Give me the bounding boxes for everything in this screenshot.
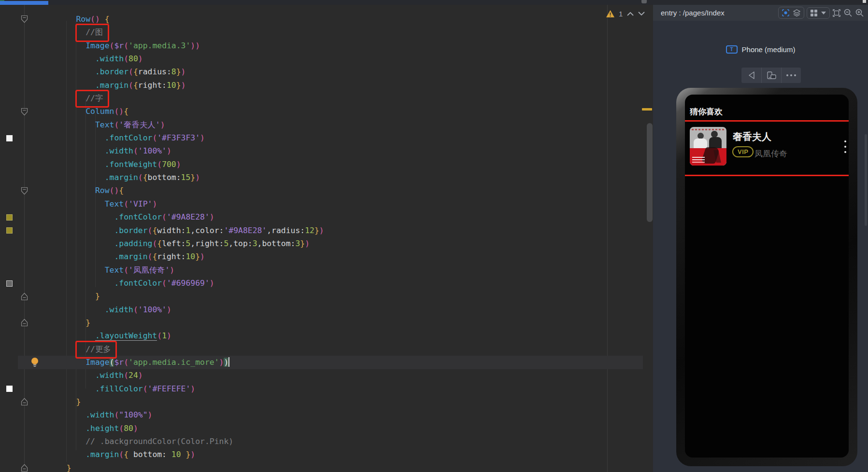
code-token bbox=[57, 358, 85, 367]
more-options-button[interactable] bbox=[781, 68, 801, 83]
fold-start-icon[interactable] bbox=[21, 15, 28, 23]
code-token: () bbox=[110, 186, 119, 195]
color-preview-swatch[interactable] bbox=[6, 280, 13, 287]
code-token: { bbox=[143, 173, 148, 182]
code-token bbox=[57, 239, 114, 248]
rotate-device-button[interactable] bbox=[761, 68, 781, 83]
fold-end-icon[interactable] bbox=[21, 464, 28, 472]
previewer-panel: entry : /pages/Index bbox=[653, 5, 868, 472]
editor-pane[interactable]: Row() { //图 Image($r('app.media.3')) .wi… bbox=[0, 5, 653, 472]
zoom-out-icon[interactable] bbox=[843, 8, 853, 17]
ide-window: Row() { //图 Image($r('app.media.3')) .wi… bbox=[0, 0, 868, 472]
code-line[interactable]: Text('VIP') bbox=[57, 197, 324, 210]
code-token: width: bbox=[157, 226, 185, 235]
color-preview-swatch[interactable] bbox=[6, 386, 13, 392]
color-preview-swatch[interactable] bbox=[6, 227, 13, 234]
code-token: Text bbox=[105, 265, 124, 275]
code-token: { bbox=[124, 107, 128, 116]
rotate-left-button[interactable] bbox=[741, 68, 761, 83]
prev-warning-button[interactable] bbox=[627, 12, 634, 16]
code-token: ( bbox=[148, 252, 153, 261]
code-editor[interactable]: Row() { //图 Image($r('app.media.3')) .wi… bbox=[57, 13, 324, 472]
code-token: ) bbox=[176, 160, 181, 169]
code-token: .fontColor bbox=[114, 278, 162, 288]
next-warning-button[interactable] bbox=[638, 12, 645, 16]
code-line[interactable]: .margin({bottom:15}) bbox=[57, 171, 324, 184]
code-line[interactable]: .fontColor('#9A8E28') bbox=[57, 210, 324, 223]
code-token: ( bbox=[162, 278, 167, 288]
editor-scrollbar-thumb[interactable] bbox=[647, 123, 653, 222]
code-token: ) bbox=[167, 146, 171, 155]
code-token bbox=[57, 424, 85, 433]
window-corner-icon bbox=[863, 0, 866, 3]
grid-icon[interactable] bbox=[810, 9, 818, 17]
code-token: 80 bbox=[128, 54, 138, 63]
code-token: 'VIP' bbox=[128, 199, 152, 208]
code-line[interactable]: .padding({left:5,right:5,top:3,bottom:3}… bbox=[57, 237, 324, 250]
code-token: '凤凰传奇' bbox=[128, 265, 170, 275]
code-line[interactable]: .margin({right:10}) bbox=[57, 250, 324, 263]
phone-screen[interactable]: 猜你喜欢 奢香夫人 VIP 凤凰传奇 bbox=[685, 95, 849, 458]
code-token: // .backgroundColor(Color.Pink) bbox=[85, 437, 233, 446]
code-line[interactable]: .fontColor('#F3F3F3') bbox=[57, 131, 324, 144]
code-line[interactable]: Text('凤凰传奇') bbox=[57, 264, 324, 277]
active-tab-indicator[interactable] bbox=[0, 1, 48, 5]
fold-end-icon[interactable] bbox=[21, 319, 28, 327]
code-token: } bbox=[195, 252, 200, 261]
code-line[interactable]: Text('奢香夫人') bbox=[57, 118, 324, 131]
layers-icon[interactable] bbox=[793, 9, 801, 17]
code-line[interactable]: } bbox=[57, 395, 324, 408]
code-line[interactable]: } bbox=[57, 461, 324, 472]
fold-end-icon[interactable] bbox=[21, 292, 28, 301]
code-line[interactable]: .width('100%') bbox=[57, 303, 324, 316]
code-token bbox=[57, 54, 95, 63]
code-line[interactable]: .border({width:1,color:'#9A8E28',radius:… bbox=[57, 224, 324, 237]
code-token bbox=[57, 265, 105, 275]
panel-scrollbar-thumb[interactable] bbox=[865, 134, 867, 226]
code-line[interactable]: .width(24) bbox=[57, 369, 324, 382]
frame-icon[interactable] bbox=[832, 9, 841, 17]
tab-bar-strip bbox=[0, 0, 868, 5]
code-token: '#696969' bbox=[167, 278, 210, 288]
code-line[interactable]: // .backgroundColor(Color.Pink) bbox=[57, 435, 324, 448]
code-line[interactable]: } bbox=[57, 316, 324, 329]
code-line[interactable]: .width("100%") bbox=[57, 408, 324, 421]
code-line[interactable]: .fillColor('#FEFEFE') bbox=[57, 382, 324, 395]
color-preview-swatch[interactable] bbox=[6, 214, 13, 221]
code-line[interactable]: .margin({ bottom: 10 }) bbox=[57, 448, 324, 461]
code-token: left: bbox=[162, 239, 185, 248]
code-line[interactable]: } bbox=[57, 290, 324, 303]
fold-end-icon[interactable] bbox=[21, 398, 28, 406]
code-token: ( bbox=[114, 120, 119, 129]
code-token: } bbox=[176, 67, 181, 76]
annotation-box-comment bbox=[75, 341, 117, 359]
lightbulb-icon[interactable] bbox=[30, 357, 39, 367]
warning-stripe-mark[interactable] bbox=[642, 108, 652, 111]
code-token: () bbox=[90, 14, 100, 24]
code-token: bottom: bbox=[128, 450, 171, 459]
code-token: .fontColor bbox=[105, 133, 153, 142]
code-token: 1 bbox=[162, 331, 167, 340]
chevron-down-icon[interactable] bbox=[821, 11, 826, 15]
code-token: { bbox=[119, 186, 124, 195]
text-cursor bbox=[228, 357, 229, 367]
code-line[interactable]: .fontColor('#696969') bbox=[57, 277, 324, 290]
code-token bbox=[57, 146, 105, 155]
code-line[interactable]: .width('100%') bbox=[57, 144, 324, 157]
code-line[interactable]: .width(80) bbox=[57, 52, 324, 65]
fold-start-icon[interactable] bbox=[21, 108, 28, 116]
code-line[interactable]: Row(){ bbox=[57, 184, 324, 197]
code-token bbox=[57, 397, 76, 406]
fold-start-icon[interactable] bbox=[21, 187, 28, 195]
device-type-icon: T bbox=[726, 45, 738, 54]
code-token: ( bbox=[133, 146, 138, 155]
color-preview-swatch[interactable] bbox=[6, 135, 13, 141]
inspect-icon[interactable] bbox=[782, 9, 790, 17]
code-line[interactable]: .height(80) bbox=[57, 422, 324, 435]
code-token: .border bbox=[114, 226, 147, 235]
device-selector[interactable]: T Phone (medium) bbox=[653, 45, 868, 54]
annotation-box-comment bbox=[75, 24, 109, 42]
zoom-in-icon[interactable] bbox=[855, 8, 864, 17]
code-line[interactable]: .fontWeight(700) bbox=[57, 158, 324, 171]
code-line[interactable]: .border({radius:8}) bbox=[57, 65, 324, 78]
